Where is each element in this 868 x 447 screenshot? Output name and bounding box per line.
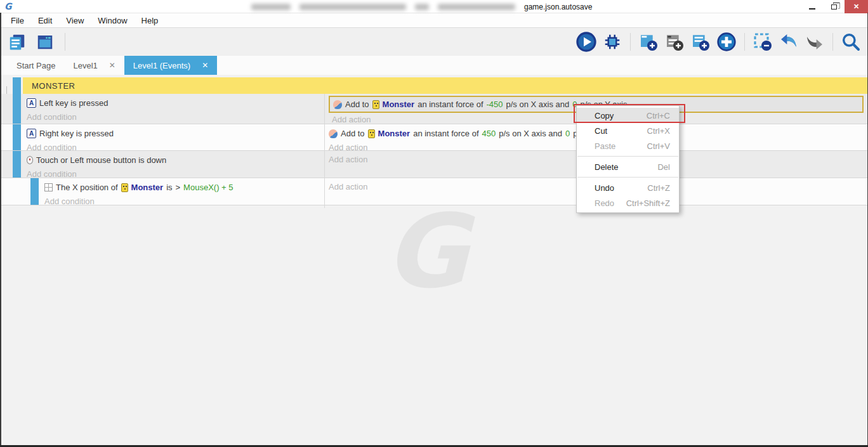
add-comment-button[interactable] [664, 32, 685, 52]
context-menu-item-paste[interactable]: Paste Ctrl+V [577, 138, 679, 153]
add-other-event-button[interactable] [716, 32, 737, 52]
conditions-cell: Touch or Left mouse button is down Add c… [23, 151, 325, 181]
scene-editor-button[interactable] [34, 32, 56, 52]
text-part: The X position of [56, 183, 118, 192]
window-title: game.json.autosave [251, 2, 592, 11]
text-part: Left key is pressed [39, 98, 108, 108]
text-part: Monster [131, 183, 164, 192]
close-icon: ✕ [853, 3, 859, 11]
keyboard-key-icon: A [27, 98, 36, 108]
condition-item[interactable]: The X position ofMonsteris>MouseX() + 5 [44, 180, 324, 195]
add-comment-icon [664, 32, 685, 52]
event-bar [13, 124, 21, 150]
text-part: Monster [378, 129, 411, 138]
text-part: p/s on X axis and [499, 129, 562, 138]
text-part: -450 [487, 100, 503, 109]
conditions-cell: The X position ofMonsteris>MouseX() + 5 … [41, 178, 325, 208]
text-part: Add to [345, 100, 369, 109]
menu-edit[interactable]: Edit [31, 13, 59, 27]
menu-file[interactable]: File [4, 13, 31, 27]
text-part: 0 [565, 129, 570, 138]
conditions-cell: ALeft key is pressed Add condition [23, 94, 325, 126]
search-icon [841, 32, 861, 52]
context-menu-item-cut[interactable]: Cut Ctrl+X [577, 123, 679, 138]
close-button[interactable]: ✕ [845, 0, 868, 13]
context-menu-item-undo[interactable]: Undo Ctrl+Z [577, 180, 679, 195]
add-event-button[interactable] [638, 32, 659, 52]
undo-icon [779, 32, 799, 52]
text-part: Right key is pressed [39, 129, 114, 138]
debugger-button[interactable] [602, 32, 623, 52]
monster-icon [121, 183, 128, 192]
add-subevent-button[interactable] [690, 32, 711, 52]
window-border [0, 13, 1, 447]
menu-separator [577, 156, 678, 157]
tab-start-page[interactable]: Start Page [8, 56, 64, 75]
scene-editor-icon [36, 32, 55, 51]
text-part: 450 [482, 129, 496, 138]
tab-label: Start Page [16, 61, 55, 70]
menu-bar: File Edit View Window Help [0, 13, 868, 28]
preview-play-icon [576, 32, 596, 52]
preview-play-button[interactable] [575, 32, 597, 52]
menu-window[interactable]: Window [91, 13, 134, 27]
text-part: an instant force of [418, 100, 483, 109]
mouse-icon [27, 156, 33, 164]
project-manager-icon [8, 32, 27, 51]
search-button[interactable] [840, 32, 862, 52]
restore-button[interactable] [823, 0, 845, 13]
condition-item[interactable]: Touch or Left mouse button is down [27, 153, 324, 167]
tab-close-icon[interactable]: ✕ [109, 61, 115, 70]
tab-close-icon[interactable]: ✕ [202, 61, 208, 70]
menu-item-label: Delete [595, 162, 619, 172]
position-icon [44, 183, 53, 191]
minimize-icon [809, 8, 815, 10]
text-part: Add to [341, 129, 365, 138]
redo-icon [805, 32, 825, 52]
add-condition-link[interactable]: Add condition [27, 110, 324, 124]
project-manager-button[interactable] [6, 32, 28, 52]
event-row: ALeft key is pressed Add condition Add t… [0, 94, 868, 124]
group-title: MONSTER [32, 81, 76, 91]
tab-label: Level1 (Events) [133, 61, 190, 70]
text-part: an instant force of [413, 129, 478, 138]
condition-item[interactable]: ALeft key is pressed [27, 96, 324, 110]
condition-item[interactable]: ARight key is pressed [27, 126, 324, 141]
monster-icon [368, 129, 375, 138]
event-row: Touch or Left mouse button is down Add c… [0, 151, 868, 178]
force-icon [329, 129, 338, 138]
add-condition-link[interactable]: Add condition [44, 195, 324, 208]
redo-button[interactable] [804, 32, 825, 52]
minimize-button[interactable] [801, 0, 823, 13]
text-part: Monster [383, 100, 415, 109]
menu-item-shortcut: Ctrl+Shift+Z [626, 198, 670, 208]
redacted-title-segment [299, 4, 406, 10]
menu-separator [577, 177, 678, 178]
tab-label: Level1 [73, 61, 97, 70]
event-subrow: The X position ofMonsteris>MouseX() + 5 … [0, 178, 868, 205]
text-part: MouseX() + 5 [183, 183, 233, 192]
tab-level1[interactable]: Level1 ✕ [64, 56, 124, 75]
menu-item-shortcut: Ctrl+V [647, 141, 670, 151]
event-bar [13, 77, 21, 94]
menu-help[interactable]: Help [135, 13, 166, 27]
debugger-icon [603, 32, 622, 51]
menu-item-shortcut: Del [657, 162, 670, 172]
tab-bar: Start Page Level1 ✕ Level1 (Events) ✕ [0, 56, 868, 75]
redacted-title-segment [251, 4, 291, 10]
add-other-event-icon [716, 32, 737, 52]
menu-item-label: Undo [595, 183, 614, 193]
context-menu-item-redo[interactable]: Redo Ctrl+Shift+Z [577, 195, 679, 211]
context-menu-item-delete[interactable]: Delete Del [577, 159, 679, 174]
events-editor: G MONSTER ALeft key is pressed Add condi… [0, 75, 868, 447]
event-row: ARight key is pressed Add condition Add … [0, 124, 868, 151]
restore-icon [831, 4, 837, 10]
delete-selection-button[interactable] [752, 32, 773, 52]
undo-button[interactable] [778, 32, 799, 52]
text-part: is [166, 183, 172, 192]
menu-view[interactable]: View [59, 13, 91, 27]
tab-level1-events[interactable]: Level1 (Events) ✕ [124, 56, 217, 75]
text-part: Touch or Left mouse button is down [36, 155, 166, 165]
event-group-header[interactable]: MONSTER [23, 77, 868, 94]
main-toolbar [0, 28, 868, 56]
